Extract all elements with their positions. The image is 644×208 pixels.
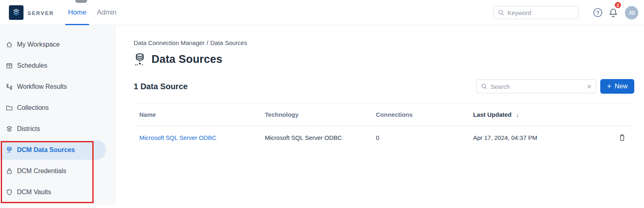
notifications-bell-icon[interactable] xyxy=(608,7,618,19)
breadcrumb-data-sources[interactable]: Data Sources xyxy=(210,39,247,46)
breadcrumb-separator: / xyxy=(207,39,208,46)
top-bar: SERVER Home Admin ? 2 JD xyxy=(0,0,644,25)
breadcrumb: Data Connection Manager/Data Sources xyxy=(134,39,247,46)
search-icon xyxy=(498,9,504,16)
connections-cell: 0 xyxy=(376,134,473,141)
svg-text:?: ? xyxy=(596,10,599,16)
sidebar-item-schedules[interactable]: Schedules xyxy=(0,56,115,75)
sidebar-item-collections[interactable]: Collections xyxy=(0,98,115,118)
title-row: Data Sources xyxy=(134,53,222,66)
data-source-link[interactable]: Microsoft SQL Server ODBC xyxy=(139,134,216,141)
sidebar-item-label: Districts xyxy=(17,125,40,133)
help-button[interactable]: ? xyxy=(593,8,603,17)
sidebar-item-label: DCM Data Sources xyxy=(17,146,75,154)
global-search xyxy=(493,6,579,19)
breadcrumb-dcm[interactable]: Data Connection Manager xyxy=(134,39,205,46)
clear-search-icon[interactable]: ✕ xyxy=(586,84,592,90)
nav-tab-home[interactable]: Home xyxy=(68,0,86,25)
plus-icon: + xyxy=(607,82,611,90)
column-header-name[interactable]: Name xyxy=(134,111,265,118)
table-row: Microsoft SQL Server ODBC Microsoft SQL … xyxy=(134,126,634,149)
lock-icon xyxy=(6,167,13,175)
nav-tab-admin[interactable]: Admin xyxy=(97,0,116,25)
sidebar-item-label: DCM Credentials xyxy=(17,167,66,175)
new-button[interactable]: + New xyxy=(600,79,634,94)
sort-desc-icon: ↓ xyxy=(516,111,519,118)
new-button-label: New xyxy=(615,83,628,90)
sidebar-item-label: Collections xyxy=(17,104,49,112)
data-sources-table: Name Technology Connections Last Updated… xyxy=(134,103,634,149)
avatar[interactable]: JD xyxy=(625,6,638,19)
home-icon xyxy=(6,41,13,48)
sidebar-item-label: DCM Vaults xyxy=(17,189,51,196)
last-updated-cell: Apr 17, 2024, 04:37 PM xyxy=(473,134,610,141)
table-search: ✕ xyxy=(476,79,596,93)
server-logo[interactable] xyxy=(9,5,23,20)
folder-icon xyxy=(6,104,13,112)
sidebar-item-dcm-credentials[interactable]: DCM Credentials xyxy=(0,161,115,181)
column-header-last-updated[interactable]: Last Updated ↓ xyxy=(473,111,610,118)
brand-label: SERVER xyxy=(28,10,54,16)
sidebar-item-dcm-vaults[interactable]: DCM Vaults xyxy=(0,182,115,202)
calendar-icon xyxy=(6,62,13,69)
data-source-count: 1 Data Source xyxy=(134,82,188,91)
name-cell: Microsoft SQL Server ODBC xyxy=(134,134,265,141)
column-header-connections[interactable]: Connections xyxy=(376,111,473,118)
top-nav: Home Admin xyxy=(68,0,117,25)
layers-icon xyxy=(6,125,13,133)
data-source-icon xyxy=(134,53,145,66)
search-icon xyxy=(481,83,487,90)
sidebar-item-label: Schedules xyxy=(17,62,47,69)
delete-icon[interactable] xyxy=(619,133,625,142)
sidebar-item-districts[interactable]: Districts xyxy=(0,119,115,139)
main-content: Data Connection Manager/Data Sources Dat… xyxy=(116,25,644,208)
column-header-label: Last Updated xyxy=(473,111,512,118)
actions-cell xyxy=(610,133,634,142)
global-search-input[interactable] xyxy=(508,9,574,16)
sidebar-item-workflow-results[interactable]: Workflow Results xyxy=(0,77,115,96)
table-header-row: Name Technology Connections Last Updated… xyxy=(134,103,634,126)
page-title: Data Sources xyxy=(151,53,222,66)
sidebar-item-label: My Workspace xyxy=(17,41,60,48)
toolbar: 1 Data Source ✕ + New xyxy=(134,79,634,94)
sidebar-item-my-workspace[interactable]: My Workspace xyxy=(0,35,115,54)
database-icon xyxy=(6,146,13,154)
table-search-input[interactable] xyxy=(490,83,583,90)
shield-icon xyxy=(6,189,13,196)
notification-badge: 2 xyxy=(614,1,622,9)
sidebar-item-label: Workflow Results xyxy=(17,83,67,90)
layers-logo-icon xyxy=(11,8,21,17)
column-header-technology[interactable]: Technology xyxy=(265,111,376,118)
sidebar-item-dcm-data-sources[interactable]: DCM Data Sources xyxy=(0,140,106,160)
workflow-icon xyxy=(6,83,13,90)
sidebar: My Workspace Schedules Workflow Results … xyxy=(0,25,115,205)
technology-cell: Microsoft SQL Server ODBC xyxy=(265,134,376,141)
